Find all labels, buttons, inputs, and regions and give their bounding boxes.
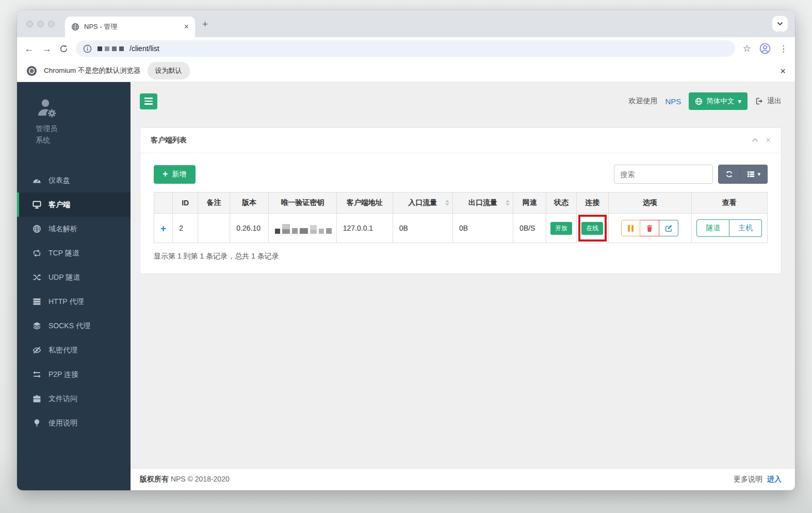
table-toolbar-group: ▾ xyxy=(718,165,768,184)
copyright-label: 版权所有 xyxy=(140,475,169,483)
notification-text: Chromium 不是您的默认浏览器 xyxy=(44,66,141,75)
reload-button[interactable] xyxy=(59,44,68,53)
welcome-text: 欢迎使用 xyxy=(628,97,657,106)
col-label: 入口流量 xyxy=(408,198,437,206)
menu-dots-icon[interactable]: ⋮ xyxy=(779,44,788,53)
vkey-cell xyxy=(269,214,337,243)
language-button[interactable]: 简体中文 ▾ xyxy=(689,92,748,110)
url-path[interactable]: /client/list xyxy=(129,44,159,53)
host-button[interactable]: 主机 xyxy=(729,219,762,237)
sign-out-icon xyxy=(755,97,764,105)
sidebar-item-tcp[interactable]: TCP 隧道 xyxy=(17,241,131,265)
expand-row-icon[interactable]: + xyxy=(160,223,166,234)
col-traffic-out[interactable]: 出口流量 xyxy=(452,193,513,214)
sidebar-item-label: 文件访问 xyxy=(48,394,77,404)
pagination-summary: 显示第 1 到第 1 条记录，总共 1 条记录 xyxy=(154,252,768,261)
status-cell[interactable]: 开放 xyxy=(546,214,576,243)
window-zoom-button[interactable] xyxy=(48,21,55,27)
version-cell: 0.26.10 xyxy=(230,214,269,243)
enter-link[interactable]: 进入 xyxy=(767,475,782,483)
briefcase-icon xyxy=(33,394,41,403)
col-traffic-in[interactable]: 入口流量 xyxy=(393,193,452,214)
id-cell: 2 xyxy=(173,214,198,243)
connection-badge: 在线 xyxy=(581,222,603,235)
search-input[interactable] xyxy=(614,165,713,184)
sidebar-menu: 仪表盘 客户端 域名解析 xyxy=(17,168,131,435)
language-label: 简体中文 xyxy=(706,97,734,106)
refresh-button[interactable] xyxy=(718,165,740,184)
sidebar-item-dashboard[interactable]: 仪表盘 xyxy=(17,168,131,193)
window-minimize-button[interactable] xyxy=(37,21,44,27)
edit-button[interactable] xyxy=(659,220,678,236)
footer-right: 更多说明 进入 xyxy=(734,475,782,484)
tab-title: NPS - 管理 xyxy=(84,22,180,31)
window-close-button[interactable] xyxy=(26,21,33,27)
sidebar-item-secret[interactable]: 私密代理 xyxy=(17,338,131,362)
sidebar-item-dns[interactable]: 域名解析 xyxy=(17,217,131,241)
address-cell: 127.0.0.1 xyxy=(336,214,393,243)
vkey-redacted xyxy=(275,222,336,234)
panel-close-icon[interactable]: × xyxy=(766,138,771,143)
sidebar-toggle-button[interactable] xyxy=(140,93,157,109)
delete-button[interactable] xyxy=(640,220,659,236)
col-address: 客户端地址 xyxy=(336,193,393,214)
col-options: 选项 xyxy=(608,193,691,214)
sidebar-item-socks[interactable]: SOCKS 代理 xyxy=(17,314,131,338)
tunnel-button[interactable]: 隧道 xyxy=(696,219,729,237)
chromium-logo-icon xyxy=(26,66,37,76)
tab-search-button[interactable] xyxy=(772,16,788,31)
window-controls[interactable] xyxy=(17,21,65,27)
browser-toolbar: ← → /client/list ☆ xyxy=(17,37,795,60)
collapse-icon[interactable] xyxy=(752,138,758,142)
brand-link[interactable]: NPS xyxy=(665,97,681,106)
back-button[interactable]: ← xyxy=(24,44,34,54)
sidebar-item-label: 仪表盘 xyxy=(48,176,70,185)
sidebar-item-label: P2P 连接 xyxy=(48,370,78,379)
expand-cell[interactable]: + xyxy=(154,214,173,243)
sidebar-item-udp[interactable]: UDP 隧道 xyxy=(17,265,131,290)
bookmark-star-icon[interactable]: ☆ xyxy=(743,44,751,53)
tab-strip: NPS - 管理 × + xyxy=(17,10,795,37)
sidebar-item-clients[interactable]: 客户端 xyxy=(17,193,131,217)
columns-button[interactable]: ▾ xyxy=(740,165,768,184)
sidebar-item-p2p[interactable]: P2P 连接 xyxy=(17,362,131,387)
url-bar[interactable]: /client/list xyxy=(76,40,735,57)
caret-down-icon: ▾ xyxy=(757,171,760,178)
set-default-button[interactable]: 设为默认 xyxy=(148,62,190,79)
add-client-button[interactable]: + 新增 xyxy=(154,165,196,184)
forward-button[interactable]: → xyxy=(42,44,52,54)
remark-cell xyxy=(198,214,230,243)
options-button-group xyxy=(621,220,678,236)
browser-window: NPS - 管理 × + ← → /client/l xyxy=(17,10,795,490)
col-id: ID xyxy=(173,193,198,214)
sidebar-item-label: HTTP 代理 xyxy=(48,297,84,307)
sort-icons[interactable] xyxy=(445,200,449,206)
redacted-host xyxy=(98,46,124,51)
col-remark: 备注 xyxy=(198,193,230,214)
table-controls: + 新增 xyxy=(154,165,768,184)
table-row: + 2 0.26.10 xyxy=(154,214,768,243)
globe-icon xyxy=(33,225,41,233)
sidebar-item-label: 使用说明 xyxy=(48,419,77,428)
sidebar-item-files[interactable]: 文件访问 xyxy=(17,387,131,411)
notification-close-icon[interactable]: × xyxy=(780,66,786,76)
layers-icon xyxy=(33,322,41,330)
sort-icons[interactable] xyxy=(506,200,510,206)
browser-tab[interactable]: NPS - 管理 × xyxy=(65,17,195,37)
sidebar-item-help[interactable]: 使用说明 xyxy=(17,411,131,435)
profile-icon[interactable] xyxy=(759,43,771,54)
sidebar-item-http[interactable]: HTTP 代理 xyxy=(17,290,131,314)
pause-button[interactable] xyxy=(621,220,640,236)
logout-button[interactable]: 退出 xyxy=(755,97,782,106)
sidebar-item-label: UDP 隧道 xyxy=(48,273,80,282)
tab-close-icon[interactable]: × xyxy=(184,23,189,31)
sidebar-item-label: 客户端 xyxy=(48,200,70,210)
status-badge[interactable]: 开放 xyxy=(550,222,572,235)
server-icon xyxy=(33,297,41,306)
eye-slash-icon xyxy=(33,346,41,355)
info-icon[interactable] xyxy=(83,44,92,53)
table-header-row: ID 备注 版本 唯一验证密钥 客户端地址 入口流量 出口流 xyxy=(154,193,768,214)
caret-down-icon: ▾ xyxy=(738,97,741,105)
new-tab-button[interactable]: + xyxy=(202,19,208,29)
add-client-label: 新增 xyxy=(172,170,187,179)
